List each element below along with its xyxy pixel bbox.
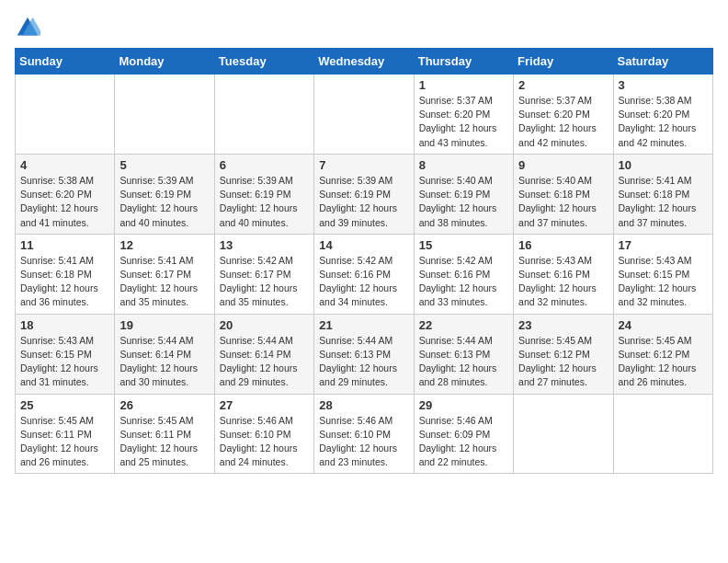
calendar-cell: 25Sunrise: 5:45 AM Sunset: 6:11 PM Dayli… xyxy=(16,394,115,474)
day-detail: Sunrise: 5:45 AM Sunset: 6:11 PM Dayligh… xyxy=(119,414,209,470)
day-number: 29 xyxy=(419,398,508,412)
calendar-cell: 22Sunrise: 5:44 AM Sunset: 6:13 PM Dayli… xyxy=(414,314,513,394)
calendar-cell: 16Sunrise: 5:43 AM Sunset: 6:16 PM Dayli… xyxy=(514,234,613,314)
day-number: 14 xyxy=(319,238,408,252)
day-detail: Sunrise: 5:37 AM Sunset: 6:20 PM Dayligh… xyxy=(518,94,608,150)
day-detail: Sunrise: 5:43 AM Sunset: 6:15 PM Dayligh… xyxy=(20,334,109,390)
weekday-header-tuesday: Tuesday xyxy=(214,49,313,75)
calendar-cell: 6Sunrise: 5:39 AM Sunset: 6:19 PM Daylig… xyxy=(214,154,313,234)
day-number: 24 xyxy=(619,318,708,332)
day-detail: Sunrise: 5:46 AM Sunset: 6:10 PM Dayligh… xyxy=(319,414,408,470)
day-number: 9 xyxy=(518,158,608,172)
logo-icon xyxy=(15,15,40,40)
weekday-header-wednesday: Wednesday xyxy=(314,49,414,75)
day-detail: Sunrise: 5:38 AM Sunset: 6:20 PM Dayligh… xyxy=(619,94,708,150)
logo xyxy=(15,15,44,40)
day-detail: Sunrise: 5:40 AM Sunset: 6:18 PM Dayligh… xyxy=(518,174,608,230)
day-number: 13 xyxy=(220,238,309,252)
day-detail: Sunrise: 5:46 AM Sunset: 6:10 PM Dayligh… xyxy=(220,414,309,470)
calendar-cell: 24Sunrise: 5:45 AM Sunset: 6:12 PM Dayli… xyxy=(613,314,712,394)
day-number: 17 xyxy=(619,238,708,252)
day-detail: Sunrise: 5:42 AM Sunset: 6:16 PM Dayligh… xyxy=(419,254,508,310)
calendar-cell: 13Sunrise: 5:42 AM Sunset: 6:17 PM Dayli… xyxy=(214,234,313,314)
calendar-cell: 12Sunrise: 5:41 AM Sunset: 6:17 PM Dayli… xyxy=(115,234,214,314)
day-detail: Sunrise: 5:41 AM Sunset: 6:18 PM Dayligh… xyxy=(619,174,708,230)
weekday-header-thursday: Thursday xyxy=(414,49,513,75)
calendar-week-4: 18Sunrise: 5:43 AM Sunset: 6:15 PM Dayli… xyxy=(16,314,713,394)
calendar-cell: 23Sunrise: 5:45 AM Sunset: 6:12 PM Dayli… xyxy=(514,314,613,394)
day-number: 22 xyxy=(419,318,508,332)
day-number: 2 xyxy=(518,78,608,92)
day-detail: Sunrise: 5:41 AM Sunset: 6:18 PM Dayligh… xyxy=(20,254,109,310)
day-number: 5 xyxy=(119,158,209,172)
day-number: 4 xyxy=(20,158,109,172)
calendar-cell xyxy=(514,394,613,474)
day-number: 26 xyxy=(119,398,209,412)
calendar-cell: 14Sunrise: 5:42 AM Sunset: 6:16 PM Dayli… xyxy=(314,234,414,314)
calendar-cell: 2Sunrise: 5:37 AM Sunset: 6:20 PM Daylig… xyxy=(514,75,613,155)
day-number: 10 xyxy=(619,158,708,172)
calendar-week-3: 11Sunrise: 5:41 AM Sunset: 6:18 PM Dayli… xyxy=(16,234,713,314)
weekday-header-saturday: Saturday xyxy=(613,49,712,75)
day-detail: Sunrise: 5:44 AM Sunset: 6:14 PM Dayligh… xyxy=(220,334,309,390)
calendar-cell xyxy=(613,394,712,474)
calendar-cell xyxy=(115,75,214,155)
calendar-cell: 19Sunrise: 5:44 AM Sunset: 6:14 PM Dayli… xyxy=(115,314,214,394)
header xyxy=(15,15,713,40)
day-detail: Sunrise: 5:40 AM Sunset: 6:19 PM Dayligh… xyxy=(419,174,508,230)
day-detail: Sunrise: 5:42 AM Sunset: 6:16 PM Dayligh… xyxy=(319,254,408,310)
calendar-cell: 11Sunrise: 5:41 AM Sunset: 6:18 PM Dayli… xyxy=(16,234,115,314)
day-detail: Sunrise: 5:45 AM Sunset: 6:12 PM Dayligh… xyxy=(518,334,608,390)
calendar: SundayMondayTuesdayWednesdayThursdayFrid… xyxy=(15,48,713,474)
calendar-week-1: 1Sunrise: 5:37 AM Sunset: 6:20 PM Daylig… xyxy=(16,75,713,155)
day-number: 11 xyxy=(20,238,109,252)
calendar-cell: 5Sunrise: 5:39 AM Sunset: 6:19 PM Daylig… xyxy=(115,154,214,234)
day-number: 19 xyxy=(119,318,209,332)
day-number: 25 xyxy=(20,398,109,412)
day-number: 16 xyxy=(518,238,608,252)
weekday-header-friday: Friday xyxy=(514,49,613,75)
day-number: 20 xyxy=(220,318,309,332)
day-detail: Sunrise: 5:37 AM Sunset: 6:20 PM Dayligh… xyxy=(419,94,508,150)
day-number: 15 xyxy=(419,238,508,252)
weekday-row: SundayMondayTuesdayWednesdayThursdayFrid… xyxy=(16,49,713,75)
calendar-week-5: 25Sunrise: 5:45 AM Sunset: 6:11 PM Dayli… xyxy=(16,394,713,474)
day-detail: Sunrise: 5:45 AM Sunset: 6:11 PM Dayligh… xyxy=(20,414,109,470)
calendar-cell: 21Sunrise: 5:44 AM Sunset: 6:13 PM Dayli… xyxy=(314,314,414,394)
day-detail: Sunrise: 5:45 AM Sunset: 6:12 PM Dayligh… xyxy=(619,334,708,390)
calendar-body: 1Sunrise: 5:37 AM Sunset: 6:20 PM Daylig… xyxy=(16,75,713,474)
day-detail: Sunrise: 5:39 AM Sunset: 6:19 PM Dayligh… xyxy=(319,174,408,230)
calendar-header: SundayMondayTuesdayWednesdayThursdayFrid… xyxy=(16,49,713,75)
calendar-cell: 10Sunrise: 5:41 AM Sunset: 6:18 PM Dayli… xyxy=(613,154,712,234)
day-detail: Sunrise: 5:39 AM Sunset: 6:19 PM Dayligh… xyxy=(119,174,209,230)
calendar-cell: 3Sunrise: 5:38 AM Sunset: 6:20 PM Daylig… xyxy=(613,75,712,155)
day-detail: Sunrise: 5:46 AM Sunset: 6:09 PM Dayligh… xyxy=(419,414,508,470)
calendar-cell: 15Sunrise: 5:42 AM Sunset: 6:16 PM Dayli… xyxy=(414,234,513,314)
day-detail: Sunrise: 5:43 AM Sunset: 6:16 PM Dayligh… xyxy=(518,254,608,310)
day-number: 8 xyxy=(419,158,508,172)
calendar-cell xyxy=(16,75,115,155)
day-number: 28 xyxy=(319,398,408,412)
day-detail: Sunrise: 5:39 AM Sunset: 6:19 PM Dayligh… xyxy=(220,174,309,230)
day-number: 6 xyxy=(220,158,309,172)
calendar-cell: 18Sunrise: 5:43 AM Sunset: 6:15 PM Dayli… xyxy=(16,314,115,394)
weekday-header-monday: Monday xyxy=(115,49,214,75)
calendar-cell xyxy=(214,75,313,155)
calendar-cell: 8Sunrise: 5:40 AM Sunset: 6:19 PM Daylig… xyxy=(414,154,513,234)
weekday-header-sunday: Sunday xyxy=(16,49,115,75)
day-number: 3 xyxy=(619,78,708,92)
calendar-cell: 4Sunrise: 5:38 AM Sunset: 6:20 PM Daylig… xyxy=(16,154,115,234)
day-number: 27 xyxy=(220,398,309,412)
calendar-cell: 17Sunrise: 5:43 AM Sunset: 6:15 PM Dayli… xyxy=(613,234,712,314)
day-detail: Sunrise: 5:38 AM Sunset: 6:20 PM Dayligh… xyxy=(20,174,109,230)
calendar-cell: 28Sunrise: 5:46 AM Sunset: 6:10 PM Dayli… xyxy=(314,394,414,474)
day-number: 1 xyxy=(419,78,508,92)
day-detail: Sunrise: 5:41 AM Sunset: 6:17 PM Dayligh… xyxy=(119,254,209,310)
day-detail: Sunrise: 5:44 AM Sunset: 6:14 PM Dayligh… xyxy=(119,334,209,390)
day-detail: Sunrise: 5:44 AM Sunset: 6:13 PM Dayligh… xyxy=(319,334,408,390)
day-number: 23 xyxy=(518,318,608,332)
calendar-cell: 9Sunrise: 5:40 AM Sunset: 6:18 PM Daylig… xyxy=(514,154,613,234)
calendar-cell: 20Sunrise: 5:44 AM Sunset: 6:14 PM Dayli… xyxy=(214,314,313,394)
calendar-cell xyxy=(314,75,414,155)
day-detail: Sunrise: 5:43 AM Sunset: 6:15 PM Dayligh… xyxy=(619,254,708,310)
